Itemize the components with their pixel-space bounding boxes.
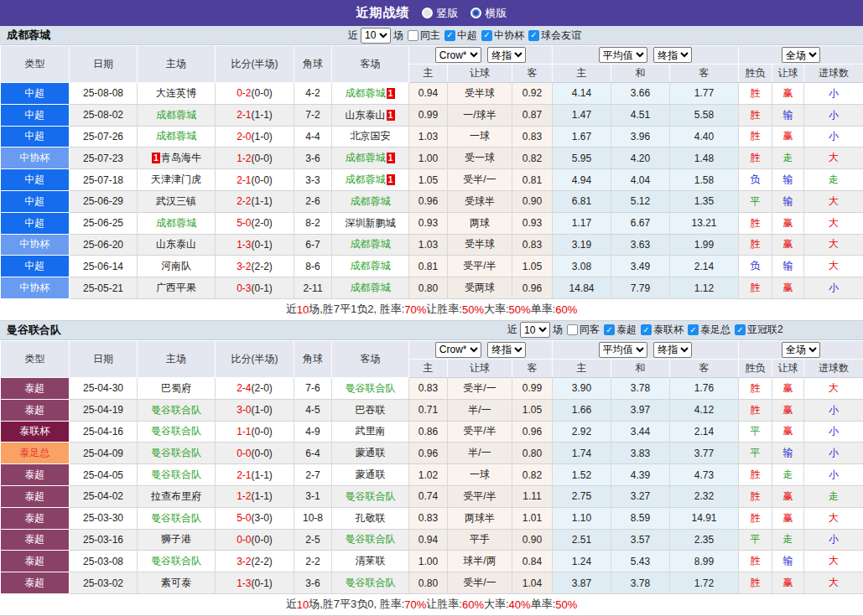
filter-checkbox-亚冠联2[interactable]: 亚冠联2 bbox=[735, 323, 783, 337]
average-final-select[interactable]: 终指 bbox=[653, 342, 692, 358]
filter-checkbox-球会友谊[interactable]: 球会友谊 bbox=[528, 28, 581, 43]
summary-text: 70% bbox=[404, 598, 426, 611]
odds-provider-select[interactable]: Crow* bbox=[435, 342, 481, 358]
odds-home: 0.94 bbox=[409, 83, 448, 105]
avg-home: 4.14 bbox=[553, 83, 611, 105]
match-date: 25-04-09 bbox=[70, 443, 138, 464]
average-select[interactable]: 平均值 bbox=[599, 47, 647, 63]
result-text: 大 bbox=[829, 195, 839, 207]
checkbox-icon[interactable] bbox=[688, 324, 699, 335]
radio-selected-icon[interactable] bbox=[422, 8, 433, 18]
match-type: 泰超 bbox=[1, 551, 70, 572]
away-team-name: 武里南 bbox=[356, 425, 386, 437]
average-select[interactable]: 平均值 bbox=[599, 342, 647, 358]
match-date: 25-06-20 bbox=[70, 234, 138, 256]
away-team: 成都蓉城 bbox=[332, 190, 409, 212]
avg-home: 1.17 bbox=[553, 212, 611, 234]
filter-checkbox-同客[interactable]: 同客 bbox=[567, 323, 600, 337]
average-final-select[interactable]: 终指 bbox=[653, 47, 692, 63]
odds-home: 0.94 bbox=[409, 529, 448, 551]
avg-home: 2.92 bbox=[553, 421, 611, 443]
corners: 4-2 bbox=[294, 83, 332, 105]
filter-checkbox-泰联杯[interactable]: 泰联杯 bbox=[641, 323, 684, 337]
checkbox-icon[interactable] bbox=[604, 324, 615, 335]
radio-horizontal-label: 横版 bbox=[486, 6, 507, 21]
odds-home: 0.99 bbox=[409, 104, 448, 126]
summary-text: 大率: bbox=[484, 302, 509, 317]
red-card-badge: 1 bbox=[387, 110, 395, 121]
odds-away: 0.80 bbox=[512, 443, 553, 464]
score: 1-3(0-1) bbox=[216, 234, 294, 256]
col-header-odds-away: 客 bbox=[512, 65, 553, 83]
match-type: 中协杯 bbox=[1, 277, 70, 299]
corners: 3-6 bbox=[294, 148, 332, 169]
filter-checkbox-中超[interactable]: 中超 bbox=[444, 28, 477, 43]
checkbox-icon[interactable] bbox=[481, 30, 492, 41]
checkbox-icon[interactable] bbox=[567, 324, 578, 335]
recent-games-select[interactable]: 10 bbox=[520, 322, 550, 338]
match-type: 中超 bbox=[1, 104, 70, 126]
checkbox-icon[interactable] bbox=[735, 324, 746, 335]
away-team: 成都蓉城 bbox=[332, 277, 409, 299]
result-outcome: 胜 bbox=[739, 148, 772, 169]
match-row: 中超25-07-18天津津门虎2-1(0-0)3-3成都蓉城11.05受半/一0… bbox=[1, 169, 863, 191]
odds-handicap: 受平/半 bbox=[448, 256, 512, 277]
score: 3-2(2-2) bbox=[216, 551, 294, 572]
checkbox-label: 泰联杯 bbox=[653, 323, 684, 337]
fulltime-score: 1-1 bbox=[237, 426, 251, 437]
filter-checkbox-泰足总[interactable]: 泰足总 bbox=[688, 323, 730, 337]
match-type: 中超 bbox=[1, 256, 70, 277]
match-date: 25-03-02 bbox=[70, 572, 138, 594]
checkbox-icon[interactable] bbox=[641, 324, 652, 335]
halftime-score: (1-0) bbox=[252, 404, 273, 416]
layout-radio-horizontal[interactable]: 横版 bbox=[470, 6, 507, 21]
layout-radio-vertical[interactable]: 竖版 bbox=[422, 6, 459, 21]
score: 1-3(0-1) bbox=[216, 572, 294, 594]
filter-controls: 近 10 场 同主中超中协杯球会友谊 bbox=[348, 26, 581, 44]
summary-text: 单率: bbox=[531, 597, 556, 612]
avg-draw: 3.44 bbox=[611, 421, 670, 443]
result-text: 赢 bbox=[783, 382, 793, 394]
filter-checkbox-中协杯[interactable]: 中协杯 bbox=[481, 28, 524, 43]
result-outcome: 胜 bbox=[739, 464, 772, 486]
odds-final-select[interactable]: 终指 bbox=[487, 342, 526, 358]
col-header-home: 主场 bbox=[138, 340, 216, 377]
match-type: 中超 bbox=[1, 169, 70, 191]
home-team-name: 曼谷联合队 bbox=[151, 468, 201, 480]
avg-home: 1.52 bbox=[553, 464, 611, 486]
summary-text: 40% bbox=[509, 598, 531, 611]
full-match-select[interactable]: 全场 bbox=[782, 47, 820, 63]
corners: 3-6 bbox=[294, 572, 332, 594]
result-text: 赢 bbox=[783, 282, 793, 293]
result-text: 平 bbox=[751, 425, 761, 437]
away-team: 巴吞联 bbox=[332, 399, 409, 421]
checkbox-label: 中超 bbox=[457, 28, 477, 43]
score: 5-0(2-0) bbox=[216, 212, 294, 234]
result-group-header: 全场 bbox=[739, 46, 863, 65]
score: 0-2(0-0) bbox=[216, 83, 294, 105]
result-text: 赢 bbox=[783, 130, 793, 142]
checkbox-icon[interactable] bbox=[408, 30, 419, 41]
checkbox-icon[interactable] bbox=[444, 30, 455, 41]
filter-checkbox-同主[interactable]: 同主 bbox=[408, 28, 440, 43]
full-match-select[interactable]: 全场 bbox=[782, 342, 820, 358]
result-goals: 大 bbox=[804, 212, 863, 234]
checkbox-icon[interactable] bbox=[528, 30, 539, 41]
radio-unselected-icon[interactable] bbox=[470, 8, 481, 18]
recent-games-select[interactable]: 10 bbox=[361, 28, 391, 44]
odds-final-select[interactable]: 终指 bbox=[487, 47, 526, 63]
home-team-name: 曼谷联合队 bbox=[151, 512, 201, 524]
odds-provider-select[interactable]: Crow* bbox=[435, 47, 481, 63]
home-team: 广西平果 bbox=[138, 277, 216, 299]
filter-checkbox-泰超[interactable]: 泰超 bbox=[604, 323, 637, 337]
away-team: 蒙通联 bbox=[332, 464, 409, 486]
result-text: 胜 bbox=[751, 404, 761, 416]
away-team-name: 曼谷联合队 bbox=[346, 577, 396, 588]
score: 2-0(1-0) bbox=[216, 126, 294, 148]
away-team: 曼谷联合队 bbox=[332, 529, 409, 551]
avg-draw: 4.20 bbox=[611, 148, 670, 169]
result-text: 胜 bbox=[751, 87, 761, 99]
result-text: 走 bbox=[783, 468, 793, 480]
result-goals: 大 bbox=[804, 572, 863, 594]
match-type: 泰超 bbox=[1, 507, 70, 529]
